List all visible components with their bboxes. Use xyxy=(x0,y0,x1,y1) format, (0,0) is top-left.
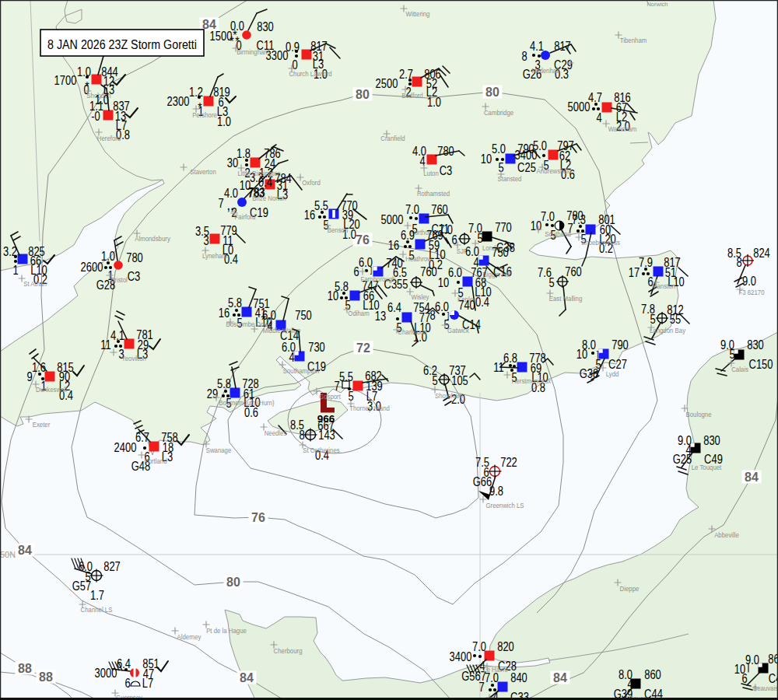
svg-text:Yeovilton: Yeovilton xyxy=(121,355,146,363)
svg-text:Fairford: Fairford xyxy=(235,213,256,222)
svg-text:7.0: 7.0 xyxy=(541,210,555,223)
svg-text:Wisley: Wisley xyxy=(411,293,429,302)
svg-text:750: 750 xyxy=(492,246,509,259)
svg-text:1500: 1500 xyxy=(210,30,233,43)
svg-text:88: 88 xyxy=(39,670,53,684)
svg-text:3400: 3400 xyxy=(450,650,472,663)
svg-text:Herstmonceux: Herstmonceux xyxy=(512,377,552,386)
svg-text:Farnborough: Farnborough xyxy=(361,275,396,284)
svg-text:2400: 2400 xyxy=(114,441,137,454)
svg-text:8 JAN 2026 23Z Storm Goretti: 8 JAN 2026 23Z Storm Goretti xyxy=(47,37,197,51)
svg-text:Rothamsted: Rothamsted xyxy=(417,190,450,198)
svg-text:16: 16 xyxy=(388,239,399,252)
svg-text:7.0: 7.0 xyxy=(405,203,419,216)
svg-text:6.9: 6.9 xyxy=(401,229,415,242)
svg-text:2300: 2300 xyxy=(167,95,190,108)
svg-text:Gosport: Gosport xyxy=(319,393,341,401)
svg-text:8: 8 xyxy=(521,50,527,63)
svg-text:3300: 3300 xyxy=(266,49,289,62)
svg-text:Pt de la Hague: Pt de la Hague xyxy=(206,627,247,635)
svg-text:1: 1 xyxy=(12,264,18,277)
svg-text:C25: C25 xyxy=(517,161,536,174)
svg-text:790: 790 xyxy=(612,338,629,352)
svg-text:6.8: 6.8 xyxy=(503,352,517,365)
svg-text:Thorney Island: Thorney Island xyxy=(349,404,390,413)
svg-text:8: 8 xyxy=(429,309,435,322)
svg-text:Luton: Luton xyxy=(423,170,439,178)
svg-text:C27: C27 xyxy=(608,358,627,371)
svg-text:860: 860 xyxy=(768,653,778,666)
svg-text:830: 830 xyxy=(703,434,720,447)
svg-text:]: ] xyxy=(370,265,373,275)
svg-text:Odiham: Odiham xyxy=(348,310,369,318)
svg-text:750: 750 xyxy=(295,309,312,322)
svg-text:80: 80 xyxy=(226,576,240,589)
svg-text:Alderney: Alderney xyxy=(177,633,202,642)
svg-text:1.7: 1.7 xyxy=(90,589,104,602)
svg-text:Cherbourg: Cherbourg xyxy=(274,647,303,656)
svg-text:5.5: 5.5 xyxy=(314,199,328,212)
svg-text:8: 8 xyxy=(736,256,741,269)
svg-text:Langdon Bay: Langdon Bay xyxy=(650,327,686,335)
svg-text:Calais: Calais xyxy=(731,366,748,374)
svg-text:7.9: 7.9 xyxy=(639,256,653,269)
svg-text:L7: L7 xyxy=(142,677,153,690)
svg-text:30: 30 xyxy=(227,156,238,170)
svg-text:C150: C150 xyxy=(749,358,773,371)
svg-text:5.8: 5.8 xyxy=(217,377,231,390)
svg-text:9.0: 9.0 xyxy=(745,653,759,667)
svg-text:Le Touquet: Le Touquet xyxy=(692,464,722,472)
svg-text:84: 84 xyxy=(18,544,32,557)
svg-text:Mildenhall: Mildenhall xyxy=(531,67,559,75)
svg-text:Swanage: Swanage xyxy=(206,446,232,455)
svg-text:G25: G25 xyxy=(673,453,692,466)
svg-text:Brize Norton: Brize Norton xyxy=(252,194,286,203)
svg-text:16: 16 xyxy=(219,306,230,320)
svg-text:G38: G38 xyxy=(580,367,598,380)
svg-text:84: 84 xyxy=(240,671,254,684)
svg-text:6: 6 xyxy=(353,265,359,278)
svg-text:Greenwich LS: Greenwich LS xyxy=(485,502,524,510)
svg-text:5: 5 xyxy=(432,374,437,387)
svg-text:Oxford: Oxford xyxy=(302,179,321,187)
svg-text:16: 16 xyxy=(304,208,315,222)
svg-text:Southend: Southend xyxy=(545,230,571,239)
svg-text:Shoeburyness: Shoeburyness xyxy=(581,239,620,247)
svg-text:Beauvais: Beauvais xyxy=(753,684,778,693)
svg-text:827: 827 xyxy=(103,560,121,573)
svg-text:1700: 1700 xyxy=(54,74,77,87)
svg-text:7: 7 xyxy=(478,681,484,694)
svg-text:50N: 50N xyxy=(0,550,16,559)
svg-text:*: * xyxy=(230,33,233,48)
svg-text:105: 105 xyxy=(451,374,468,387)
svg-text:840: 840 xyxy=(510,671,527,684)
svg-text:10: 10 xyxy=(531,219,541,233)
svg-text:Lyneham: Lyneham xyxy=(202,252,227,261)
svg-text:9: 9 xyxy=(26,370,32,383)
svg-text:7.0: 7.0 xyxy=(472,640,486,653)
svg-text:76: 76 xyxy=(356,233,370,247)
svg-text:780: 780 xyxy=(126,251,143,264)
svg-text:830: 830 xyxy=(257,20,274,33)
svg-text:3000: 3000 xyxy=(95,667,117,680)
svg-text:Almondsbury: Almondsbury xyxy=(135,235,170,243)
svg-text:84: 84 xyxy=(745,471,759,484)
svg-text:7: 7 xyxy=(334,380,339,393)
svg-text:G57: G57 xyxy=(72,579,91,593)
svg-text:4.1: 4.1 xyxy=(530,40,544,53)
svg-text:1.0: 1.0 xyxy=(427,96,441,109)
svg-text:780: 780 xyxy=(437,145,454,158)
svg-text:Portland: Portland xyxy=(144,457,166,466)
svg-text:10: 10 xyxy=(328,289,338,303)
svg-text:760: 760 xyxy=(420,265,437,278)
svg-text:80: 80 xyxy=(356,88,370,101)
svg-text:1.0: 1.0 xyxy=(217,115,231,128)
svg-text:Cranfield: Cranfield xyxy=(380,135,405,143)
svg-text:11: 11 xyxy=(100,338,110,352)
svg-text:6: 6 xyxy=(124,677,130,690)
svg-text:Birmingham: Birmingham xyxy=(237,48,269,57)
svg-text:5000: 5000 xyxy=(568,100,591,114)
svg-text:Hereford: Hereford xyxy=(97,135,121,143)
svg-text:C3: C3 xyxy=(440,164,453,177)
svg-text:Staverton: Staverton xyxy=(190,168,216,177)
